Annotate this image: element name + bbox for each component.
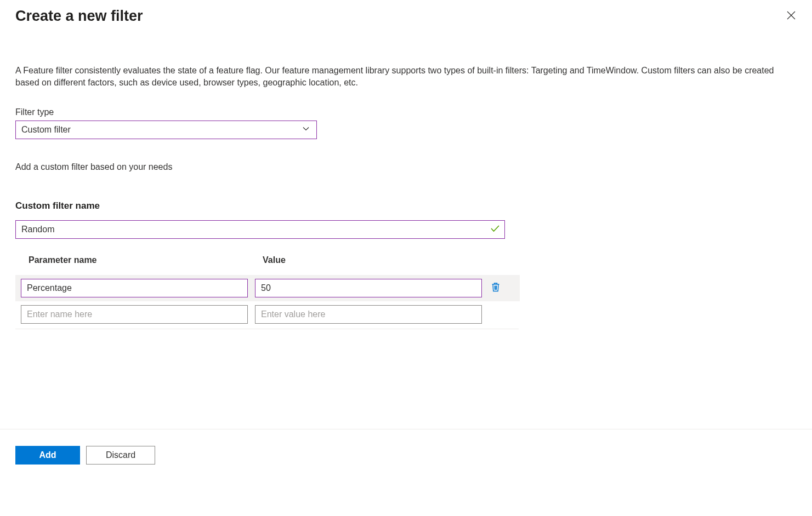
column-header-name: Parameter name xyxy=(29,255,263,265)
add-button[interactable]: Add xyxy=(15,446,80,465)
custom-filter-name-label: Custom filter name xyxy=(15,200,797,211)
divider xyxy=(15,329,519,329)
helper-text: Add a custom filter based on your needs xyxy=(15,162,797,172)
check-icon xyxy=(491,225,499,234)
column-header-value: Value xyxy=(263,255,490,265)
delete-parameter-button[interactable] xyxy=(489,280,502,296)
page-title: Create a new filter xyxy=(15,8,143,25)
parameter-name-input-empty[interactable] xyxy=(21,305,248,324)
custom-filter-name-input[interactable] xyxy=(15,220,505,239)
parameter-row-empty xyxy=(15,301,520,328)
close-button[interactable] xyxy=(783,8,799,25)
filter-type-label: Filter type xyxy=(15,107,797,117)
parameter-value-input[interactable] xyxy=(255,279,482,297)
close-icon xyxy=(787,12,796,21)
parameter-name-input[interactable] xyxy=(21,279,248,297)
filter-type-value: Custom filter xyxy=(21,125,71,135)
description-text: A Feature filter consistently evaluates … xyxy=(15,65,797,89)
parameter-row xyxy=(15,275,520,301)
discard-button[interactable]: Discard xyxy=(86,446,155,465)
parameter-value-input-empty[interactable] xyxy=(255,305,482,324)
trash-icon xyxy=(491,282,500,294)
parameters-table: Parameter name Value xyxy=(15,255,520,329)
filter-type-select[interactable]: Custom filter xyxy=(15,121,317,139)
